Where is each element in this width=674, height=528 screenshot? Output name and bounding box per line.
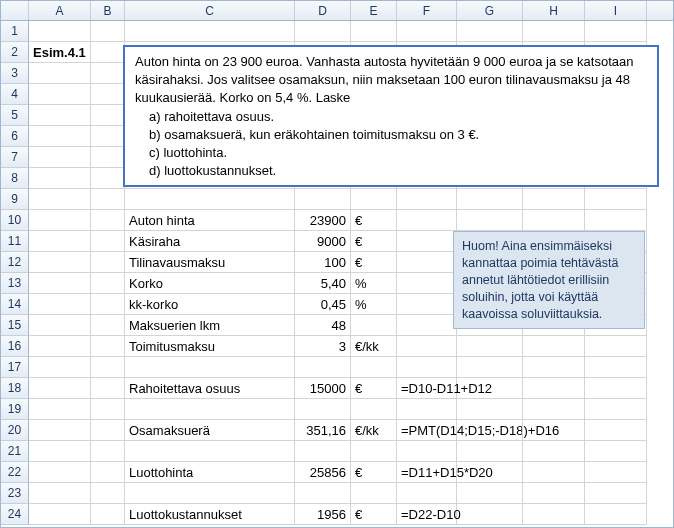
cell-E12[interactable]: € xyxy=(351,252,397,273)
cell-B24[interactable] xyxy=(91,504,125,525)
cell-I17[interactable] xyxy=(585,357,647,378)
cell-A3[interactable] xyxy=(29,63,91,84)
cell-E11[interactable]: € xyxy=(351,231,397,252)
cell-C21[interactable] xyxy=(125,441,295,462)
cell-F15[interactable] xyxy=(397,315,457,336)
cell-I16[interactable] xyxy=(585,336,647,357)
column-header-I[interactable]: I xyxy=(585,1,647,20)
cell-B15[interactable] xyxy=(91,315,125,336)
column-header-E[interactable]: E xyxy=(351,1,397,20)
cell-D17[interactable] xyxy=(295,357,351,378)
cell-A16[interactable] xyxy=(29,336,91,357)
row-header-15[interactable]: 15 xyxy=(1,315,29,336)
cell-H9[interactable] xyxy=(523,189,585,210)
cell-A4[interactable] xyxy=(29,84,91,105)
cell-C23[interactable] xyxy=(125,483,295,504)
cell-H18[interactable] xyxy=(523,378,585,399)
cell-G1[interactable] xyxy=(457,21,523,42)
cell-C18[interactable]: Rahoitettava osuus xyxy=(125,378,295,399)
row-header-23[interactable]: 23 xyxy=(1,483,29,504)
cell-B14[interactable] xyxy=(91,294,125,315)
cell-A2[interactable]: Esim.4.1 xyxy=(29,42,91,63)
row-header-3[interactable]: 3 xyxy=(1,63,29,84)
cell-A22[interactable] xyxy=(29,462,91,483)
cell-C14[interactable]: kk-korko xyxy=(125,294,295,315)
cell-A10[interactable] xyxy=(29,210,91,231)
row-header-10[interactable]: 10 xyxy=(1,210,29,231)
cell-B22[interactable] xyxy=(91,462,125,483)
cell-E14[interactable]: % xyxy=(351,294,397,315)
cell-H24[interactable] xyxy=(523,504,585,525)
cell-A12[interactable] xyxy=(29,252,91,273)
cell-B16[interactable] xyxy=(91,336,125,357)
cell-D20[interactable]: 351,16 xyxy=(295,420,351,441)
cell-F18[interactable]: =D10-D11+D12 xyxy=(397,378,457,399)
cell-F16[interactable] xyxy=(397,336,457,357)
cell-C1[interactable] xyxy=(125,21,295,42)
cell-D24[interactable]: 1956 xyxy=(295,504,351,525)
cell-G21[interactable] xyxy=(457,441,523,462)
cell-G10[interactable] xyxy=(457,210,523,231)
cell-A14[interactable] xyxy=(29,294,91,315)
cell-A1[interactable] xyxy=(29,21,91,42)
cell-E16[interactable]: €/kk xyxy=(351,336,397,357)
cell-H20[interactable] xyxy=(523,420,585,441)
row-header-17[interactable]: 17 xyxy=(1,357,29,378)
cell-A9[interactable] xyxy=(29,189,91,210)
cell-H23[interactable] xyxy=(523,483,585,504)
cell-E15[interactable] xyxy=(351,315,397,336)
cell-F1[interactable] xyxy=(397,21,457,42)
cell-C19[interactable] xyxy=(125,399,295,420)
cell-D14[interactable]: 0,45 xyxy=(295,294,351,315)
cell-E18[interactable]: € xyxy=(351,378,397,399)
cell-F19[interactable] xyxy=(397,399,457,420)
cell-I18[interactable] xyxy=(585,378,647,399)
cell-B9[interactable] xyxy=(91,189,125,210)
cell-B20[interactable] xyxy=(91,420,125,441)
cell-G24[interactable] xyxy=(457,504,523,525)
cell-E23[interactable] xyxy=(351,483,397,504)
cell-B18[interactable] xyxy=(91,378,125,399)
cell-F13[interactable] xyxy=(397,273,457,294)
cell-I20[interactable] xyxy=(585,420,647,441)
row-header-19[interactable]: 19 xyxy=(1,399,29,420)
cell-A8[interactable] xyxy=(29,168,91,189)
row-header-21[interactable]: 21 xyxy=(1,441,29,462)
row-header-7[interactable]: 7 xyxy=(1,147,29,168)
cell-G19[interactable] xyxy=(457,399,523,420)
cell-I1[interactable] xyxy=(585,21,647,42)
cell-D18[interactable]: 15000 xyxy=(295,378,351,399)
cell-A23[interactable] xyxy=(29,483,91,504)
cell-D22[interactable]: 25856 xyxy=(295,462,351,483)
cell-B2[interactable] xyxy=(91,42,125,63)
cell-I21[interactable] xyxy=(585,441,647,462)
cell-E17[interactable] xyxy=(351,357,397,378)
select-all-corner[interactable] xyxy=(1,1,29,20)
row-header-22[interactable]: 22 xyxy=(1,462,29,483)
cell-B3[interactable] xyxy=(91,63,125,84)
cell-F21[interactable] xyxy=(397,441,457,462)
cell-B11[interactable] xyxy=(91,231,125,252)
cell-D15[interactable]: 48 xyxy=(295,315,351,336)
cell-H16[interactable] xyxy=(523,336,585,357)
cell-C9[interactable] xyxy=(125,189,295,210)
cell-H1[interactable] xyxy=(523,21,585,42)
cell-A15[interactable] xyxy=(29,315,91,336)
row-header-20[interactable]: 20 xyxy=(1,420,29,441)
row-header-8[interactable]: 8 xyxy=(1,168,29,189)
cell-F23[interactable] xyxy=(397,483,457,504)
cell-C24[interactable]: Luottokustannukset xyxy=(125,504,295,525)
cell-grid[interactable]: Auton hinta on 23 900 euroa. Vanhasta au… xyxy=(1,21,673,527)
cell-F11[interactable] xyxy=(397,231,457,252)
cell-I22[interactable] xyxy=(585,462,647,483)
cell-F12[interactable] xyxy=(397,252,457,273)
cell-B12[interactable] xyxy=(91,252,125,273)
cell-F10[interactable] xyxy=(397,210,457,231)
cell-A18[interactable] xyxy=(29,378,91,399)
cell-A20[interactable] xyxy=(29,420,91,441)
cell-A17[interactable] xyxy=(29,357,91,378)
row-header-4[interactable]: 4 xyxy=(1,84,29,105)
cell-B17[interactable] xyxy=(91,357,125,378)
cell-F22[interactable]: =D11+D15*D20 xyxy=(397,462,457,483)
cell-A6[interactable] xyxy=(29,126,91,147)
